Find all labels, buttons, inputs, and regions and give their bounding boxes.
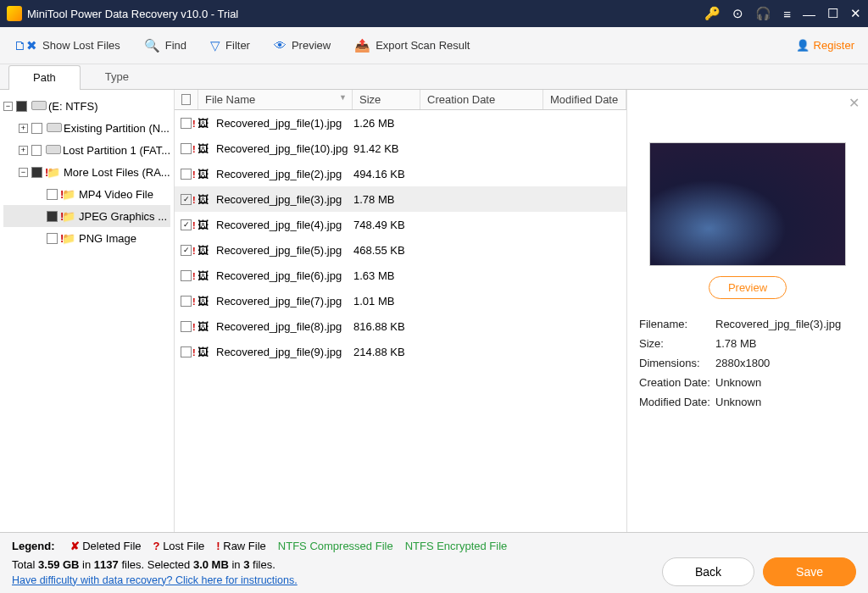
file-row[interactable]: ! Recovered_jpg_file(9).jpg 214.88 KB xyxy=(175,339,626,364)
save-button[interactable]: Save xyxy=(763,557,856,586)
tree-checkbox[interactable] xyxy=(31,123,42,134)
preview-image-button[interactable]: Preview xyxy=(709,276,787,299)
tree-checkbox[interactable] xyxy=(16,101,27,112)
file-size: 1.78 MB xyxy=(352,193,420,206)
row-checkbox[interactable] xyxy=(181,194,192,205)
tree-checkbox[interactable] xyxy=(31,167,42,178)
file-row[interactable]: ! Recovered_jpg_file(4).jpg 748.49 KB xyxy=(175,212,626,237)
tree-item[interactable]: −!📁More Lost Files (RA... xyxy=(3,161,170,183)
select-all-checkbox[interactable] xyxy=(181,94,191,105)
find-button[interactable]: 🔍Find xyxy=(144,38,186,53)
file-row[interactable]: ! Recovered_jpg_file(3).jpg 1.78 MB xyxy=(175,186,626,212)
row-checkbox[interactable] xyxy=(181,219,192,230)
close-preview-icon[interactable]: ✕ xyxy=(849,95,860,111)
file-size: 748.49 KB xyxy=(352,219,420,231)
file-size: 91.42 KB xyxy=(352,142,420,155)
file-name: Recovered_jpg_file(4).jpg xyxy=(216,219,352,231)
file-icon: ! xyxy=(198,244,211,257)
col-filename[interactable]: File Name▼ xyxy=(198,90,353,109)
tree-item[interactable]: !📁MP4 Video File xyxy=(3,183,170,205)
row-checkbox[interactable] xyxy=(181,321,192,332)
file-icon: ! xyxy=(198,168,211,180)
folder-icon: !📁 xyxy=(62,232,75,245)
file-row[interactable]: ! Recovered_jpg_file(10).jpg 91.42 KB xyxy=(175,136,626,161)
expand-icon[interactable]: + xyxy=(19,146,28,155)
file-icon: ! xyxy=(198,219,211,231)
tree-item[interactable]: +Lost Partition 1 (FAT... xyxy=(3,139,170,161)
file-row[interactable]: ! Recovered_jpg_file(8).jpg 816.88 KB xyxy=(175,313,626,339)
help-link[interactable]: Have difficulty with data recovery? Clic… xyxy=(12,574,654,586)
row-checkbox[interactable] xyxy=(181,270,192,281)
expand-icon[interactable]: + xyxy=(19,124,28,133)
file-icon: ! xyxy=(198,269,211,282)
show-lost-icon: 🗋✖ xyxy=(14,38,37,53)
expand-icon[interactable]: − xyxy=(19,168,28,177)
row-checkbox[interactable] xyxy=(181,296,192,307)
file-icon: ! xyxy=(198,117,211,130)
preview-button[interactable]: 👁Preview xyxy=(274,38,331,53)
tree-label: (E: NTFS) xyxy=(48,100,98,113)
footer: Legend: ✘ Deleted File ? Lost File ! Raw… xyxy=(0,532,868,593)
legend-encrypted: NTFS Encrypted File xyxy=(405,540,508,552)
file-name: Recovered_jpg_file(10).jpg xyxy=(216,142,352,155)
col-creation-date[interactable]: Creation Date xyxy=(420,90,543,109)
filter-button[interactable]: ▽Filter xyxy=(210,38,250,53)
file-row[interactable]: ! Recovered_jpg_file(1).jpg 1.26 MB xyxy=(175,110,626,136)
tree-item[interactable]: +Existing Partition (N... xyxy=(3,117,170,139)
tree-checkbox[interactable] xyxy=(31,145,42,156)
expand-icon[interactable]: − xyxy=(3,102,13,111)
tree-item[interactable]: −(E: NTFS) xyxy=(3,95,170,117)
file-row[interactable]: ! Recovered_jpg_file(5).jpg 468.55 KB xyxy=(175,237,626,263)
drive-icon xyxy=(47,122,60,135)
headset-icon[interactable]: 🎧 xyxy=(755,6,771,21)
toolbar: 🗋✖Show Lost Files 🔍Find ▽Filter 👁Preview… xyxy=(0,27,868,64)
export-icon: 📤 xyxy=(354,38,370,53)
back-button[interactable]: Back xyxy=(662,557,754,586)
minimize-icon[interactable]: — xyxy=(803,7,815,21)
meta-filename-label: Filename: xyxy=(639,318,715,330)
menu-icon[interactable]: ≡ xyxy=(783,7,791,21)
file-size: 1.01 MB xyxy=(352,295,420,308)
file-size: 468.55 KB xyxy=(352,244,420,257)
row-checkbox[interactable] xyxy=(181,118,192,129)
meta-cdate-value: Unknown xyxy=(715,376,761,389)
tree-checkbox[interactable] xyxy=(47,211,58,222)
grid-header: File Name▼ Size Creation Date Modified D… xyxy=(175,90,626,110)
row-checkbox[interactable] xyxy=(181,346,192,357)
tree-item[interactable]: !📁PNG Image xyxy=(3,227,170,249)
tab-path[interactable]: Path xyxy=(8,65,81,90)
file-row[interactable]: ! Recovered_jpg_file(2).jpg 494.16 KB xyxy=(175,161,626,186)
row-checkbox[interactable] xyxy=(181,169,192,180)
tree-checkbox[interactable] xyxy=(47,189,58,200)
key-icon[interactable]: 🔑 xyxy=(704,6,721,21)
thumbnail-image xyxy=(649,142,846,266)
tree-label: Existing Partition (N... xyxy=(64,122,170,135)
stats-line: Total 3.59 GB in 1137 files. Selected 3.… xyxy=(12,558,654,586)
meta-mdate-value: Unknown xyxy=(715,396,761,408)
legend-lost: Lost File xyxy=(163,540,204,552)
file-row[interactable]: ! Recovered_jpg_file(6).jpg 1.63 MB xyxy=(175,263,626,288)
file-row[interactable]: ! Recovered_jpg_file(7).jpg 1.01 MB xyxy=(175,288,626,313)
titlebar: MiniTool Power Data Recovery v10.0 - Tri… xyxy=(0,0,868,27)
tree-label: Lost Partition 1 (FAT... xyxy=(63,144,170,157)
row-checkbox[interactable] xyxy=(181,245,192,256)
tree-label: JPEG Graphics ... xyxy=(79,210,167,223)
meta-size-label: Size: xyxy=(639,337,715,350)
row-checkbox[interactable] xyxy=(181,143,192,154)
file-name: Recovered_jpg_file(9).jpg xyxy=(216,346,352,358)
maximize-icon[interactable]: ☐ xyxy=(827,6,838,21)
show-lost-files-button[interactable]: 🗋✖Show Lost Files xyxy=(14,38,120,53)
close-icon[interactable]: ✕ xyxy=(850,6,861,21)
tab-type[interactable]: Type xyxy=(81,64,153,89)
tree-label: PNG Image xyxy=(79,232,136,245)
legend-deleted: Deleted File xyxy=(82,540,141,552)
col-modified-date[interactable]: Modified Date xyxy=(543,90,626,109)
col-size[interactable]: Size xyxy=(353,90,420,109)
tree-checkbox[interactable] xyxy=(47,233,58,244)
preview-icon: 👁 xyxy=(274,38,287,53)
register-button[interactable]: 👤Register xyxy=(796,39,854,52)
preview-panel: ✕ Preview Filename:Recovered_jpg_file(3)… xyxy=(627,90,868,532)
export-button[interactable]: 📤Export Scan Result xyxy=(354,38,470,53)
tree-item[interactable]: !📁JPEG Graphics ... xyxy=(3,205,170,227)
disc-icon[interactable]: ⊙ xyxy=(732,6,743,21)
